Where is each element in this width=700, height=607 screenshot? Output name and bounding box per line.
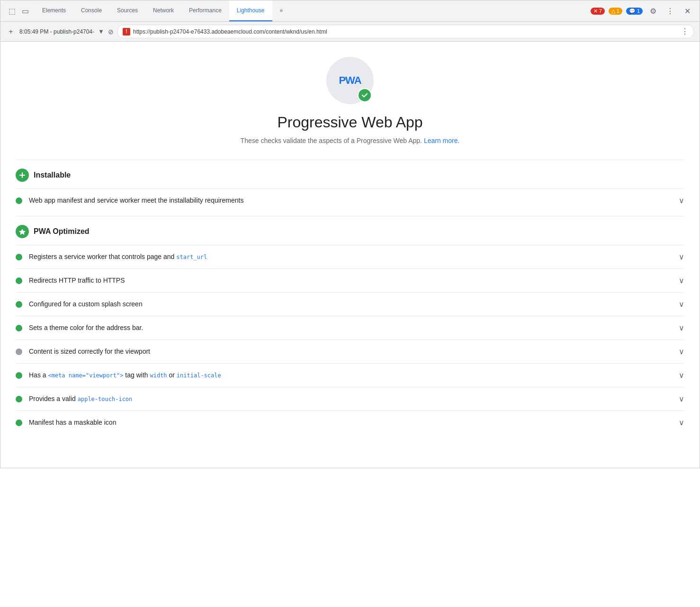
status-dot-green [16,301,22,308]
tab-console[interactable]: Console [73,0,109,21]
status-dot-green [16,396,22,402]
chevron-down-icon: ∨ [679,323,684,332]
plus-icon [18,171,26,179]
new-tab-button[interactable]: + [6,27,16,36]
audit-row-maskable-icon[interactable]: Manifest has a maskable icon ∨ [16,411,684,434]
audit-text-splash: Configured for a custom splash screen [29,299,675,309]
status-dot-grey [16,348,22,355]
status-dot-green [16,420,22,426]
warn-badge[interactable]: △ 1 [609,8,622,15]
chevron-down-icon: ∨ [679,300,684,309]
device-icon[interactable]: ▭ [19,5,31,17]
start-url-code: start_url [176,254,207,260]
svg-marker-0 [19,229,26,235]
status-dot-green [16,254,22,260]
chevron-down-icon: ∨ [679,347,684,356]
status-dot-green [16,197,22,204]
url-bar[interactable]: ! https://publish-p24704-e76433.adobeaem… [117,25,694,38]
address-bar-row: + 8:05:49 PM - publish-p24704- ▼ ⊘ ! htt… [0,22,700,42]
installable-section-header: Installable [16,160,684,188]
pwa-subtitle: These checks validate the aspects of a P… [241,137,460,144]
tab-dropdown-arrow[interactable]: ▼ [98,28,104,35]
error-badge[interactable]: ✕ 7 [591,8,605,15]
pwa-check-badge [358,88,372,102]
learn-more-link[interactable]: Learn more [424,137,458,144]
status-dot-green [16,325,22,331]
url-text: https://publish-p24704-e76433.adobeaemcl… [133,28,677,35]
more-options-button[interactable]: ⋮ [664,4,677,18]
pwa-optimized-title: PWA Optimized [34,227,90,236]
info-badge[interactable]: 💬 1 [626,8,643,15]
audit-text-apple-icon: Provides a valid apple-touch-icon [29,394,675,404]
chevron-down-icon: ∨ [679,394,684,403]
tab-bar-right: ✕ 7 △ 1 💬 1 ⚙ ⋮ ✕ [587,0,698,21]
pwa-icon-circle: PWA [326,57,374,104]
installable-icon [16,169,29,182]
tab-sources[interactable]: Sources [109,0,145,21]
pwa-optimized-section-header: PWA Optimized [16,216,684,245]
pwa-title: Progressive Web App [277,114,422,131]
audit-row-viewport-size[interactable]: Content is sized correctly for the viewp… [16,339,684,363]
status-dot-green [16,372,22,379]
star-icon [18,228,26,235]
settings-button[interactable]: ⚙ [646,4,660,18]
audit-row-installable[interactable]: Web app manifest and service worker meet… [16,188,684,212]
pwa-header: PWA Progressive Web App These checks val… [16,42,684,156]
audit-text: Web app manifest and service worker meet… [29,196,675,205]
tab-session-label: 8:05:49 PM - publish-p24704- [19,28,94,35]
audit-text-https: Redirects HTTP traffic to HTTPS [29,276,675,286]
audit-row-splash[interactable]: Configured for a custom splash screen ∨ [16,292,684,316]
installable-title: Installable [34,171,71,179]
tab-elements[interactable]: Elements [35,0,73,21]
chevron-down-icon: ∨ [679,252,684,261]
audit-text-viewport-size: Content is sized correctly for the viewp… [29,347,675,357]
audit-row-https[interactable]: Redirects HTTP traffic to HTTPS ∨ [16,268,684,292]
audit-row-theme[interactable]: Sets a theme color for the address bar. … [16,316,684,339]
tab-list: Elements Console Sources Network Perform… [35,0,587,21]
security-warning-icon: ! [123,28,130,36]
pwa-optimized-icon [16,225,29,238]
chevron-down-icon: ∨ [679,196,684,205]
initial-scale-code: initial-scale [177,372,221,379]
tab-lighthouse[interactable]: Lighthouse [229,0,272,21]
lighthouse-main-content: PWA Progressive Web App These checks val… [0,42,700,468]
audit-text-maskable-icon: Manifest has a maskable icon [29,418,675,428]
audit-row-apple-icon[interactable]: Provides a valid apple-touch-icon ∨ [16,387,684,411]
no-allow-icon: ⊘ [108,28,114,36]
audit-text-service-worker: Registers a service worker that controls… [29,252,675,262]
meta-viewport-code: <meta name="viewport"> [48,372,123,379]
chevron-down-icon: ∨ [679,371,684,380]
close-devtools-button[interactable]: ✕ [681,4,694,18]
devtools-window: ⬚ ▭ Elements Console Sources Network Per… [0,0,700,468]
width-code: width [150,372,167,379]
chevron-down-icon: ∨ [679,276,684,285]
url-more-button[interactable]: ⋮ [681,27,689,36]
tab-bar: ⬚ ▭ Elements Console Sources Network Per… [0,0,700,22]
tab-bar-icons: ⬚ ▭ [2,0,35,21]
apple-touch-icon-code: apple-touch-icon [78,396,133,402]
tab-more[interactable]: » [272,0,291,21]
tab-performance[interactable]: Performance [181,0,229,21]
audit-text-theme: Sets a theme color for the address bar. [29,323,675,333]
audit-row-meta-viewport[interactable]: Has a <meta name="viewport"> tag with wi… [16,363,684,387]
info-message-icon: 💬 [629,8,636,14]
status-dot-green [16,277,22,284]
chevron-down-icon: ∨ [679,418,684,427]
error-x-icon: ✕ [593,8,598,14]
audit-text-meta-viewport: Has a <meta name="viewport"> tag with wi… [29,370,675,380]
audit-row-service-worker[interactable]: Registers a service worker that controls… [16,245,684,268]
cursor-icon[interactable]: ⬚ [6,5,18,17]
tab-network[interactable]: Network [145,0,181,21]
checkmark-icon [361,91,368,99]
warn-triangle-icon: △ [611,8,615,14]
pwa-logo: PWA [339,74,361,87]
